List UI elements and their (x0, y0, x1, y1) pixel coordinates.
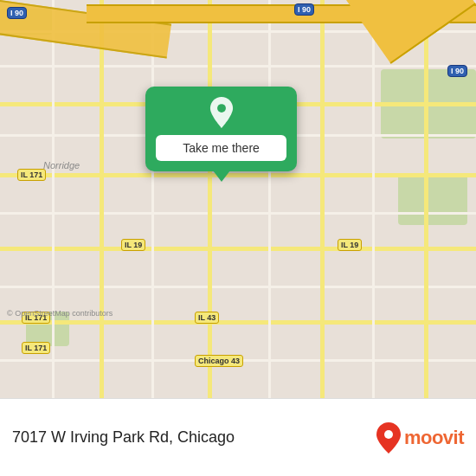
road-major (0, 173, 476, 177)
road-major (0, 320, 476, 325)
route-label-il19-2: IL 19 (338, 239, 362, 251)
norridge-label: Norridge (43, 160, 80, 170)
road (0, 212, 476, 215)
route-label-i90-3: I 90 (447, 65, 467, 77)
bottom-bar: 7017 W Irving Park Rd, Chicago moovit (0, 398, 476, 476)
road-major (100, 0, 104, 398)
location-popup: Take me there (145, 87, 297, 171)
road (268, 0, 271, 398)
road (151, 0, 154, 398)
location-pin-icon (206, 97, 237, 128)
route-label-il19-1: IL 19 (121, 239, 145, 251)
moovit-name: moovit (404, 427, 464, 449)
svg-point-0 (217, 104, 226, 113)
address-label: 7017 W Irving Park Rd, Chicago (12, 428, 235, 447)
road (0, 286, 476, 288)
route-label-il171-3: IL 171 (22, 342, 50, 354)
route-label-i90-1: I 90 (7, 7, 27, 19)
route-label-il43-2: Chicago 43 (195, 355, 243, 367)
road (52, 0, 55, 398)
map-attribution: © OpenStreetMap contributors (7, 309, 113, 318)
route-label-il43-1: IL 43 (195, 312, 219, 324)
road-major (0, 247, 476, 251)
popup-tail (213, 170, 230, 182)
road (372, 0, 375, 398)
route-label-i90-2: I 90 (294, 3, 314, 16)
road-major (208, 0, 212, 398)
route-label-il171-1: IL 171 (17, 169, 46, 181)
take-me-there-button[interactable]: Take me there (156, 135, 286, 161)
road (0, 65, 476, 68)
svg-point-1 (384, 430, 393, 439)
road-major (424, 0, 428, 398)
moovit-logo: moovit (376, 422, 464, 453)
map-view: I 90 IL 72 I 90 I 90 IL 171 IL 19 IL 19 … (0, 0, 476, 398)
moovit-pin-icon (376, 422, 401, 453)
green-area (398, 173, 467, 225)
road-major (320, 0, 325, 398)
